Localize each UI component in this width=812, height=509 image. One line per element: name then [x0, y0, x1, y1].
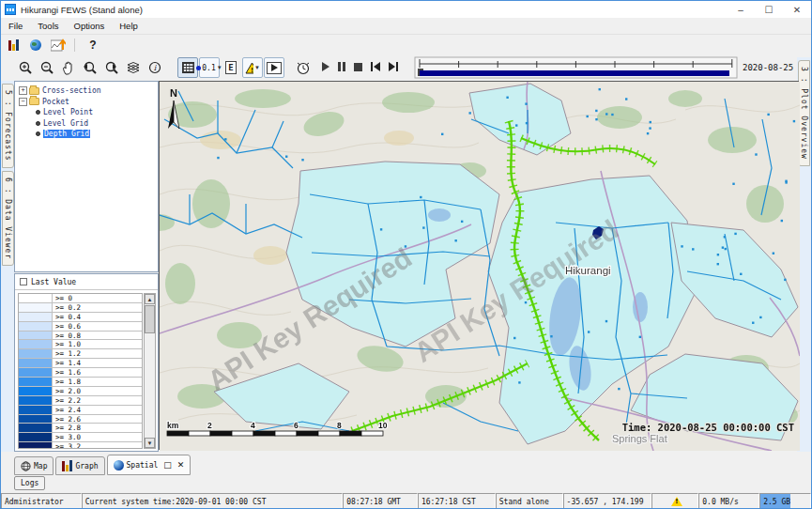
legend-swatch	[19, 294, 53, 302]
animation-dialog-button[interactable]	[264, 57, 284, 78]
tree-item-cross-section[interactable]: +Cross-section	[15, 85, 158, 97]
legend-panel: Last Value >= 0>= 0.2>= 0.4>= 0.6>= 0.8>…	[14, 273, 159, 452]
info-icon: i	[148, 61, 161, 74]
status-text: 16:27:18 CST	[421, 498, 476, 506]
status-text: Current system time:2020-09-01 00:00 CST	[85, 498, 267, 506]
elevation-scale-icon: E	[225, 61, 237, 74]
bullet-icon	[36, 121, 40, 126]
tree-item-level-grid[interactable]: Level Grid	[15, 118, 158, 130]
zoom-next-button[interactable]	[101, 57, 122, 78]
grid-icon	[182, 62, 194, 73]
layers-button[interactable]	[123, 57, 144, 78]
legend-label: >= 1.6	[53, 368, 81, 377]
status-text: Stand alone	[499, 498, 549, 506]
legend-swatch	[19, 442, 53, 449]
status-cell-2: 08:27:18 GMT	[343, 493, 418, 509]
step-back-button[interactable]	[371, 62, 380, 73]
zoom-out-button[interactable]	[37, 57, 57, 78]
threshold-dropdown[interactable]: 0.1 ▼	[199, 57, 220, 78]
app-logo-icon	[5, 4, 16, 15]
menu-file[interactable]: File	[1, 18, 30, 34]
play-icon	[321, 62, 329, 71]
top-toolbar: ?	[1, 35, 811, 54]
zoom-previous-button[interactable]	[80, 57, 100, 78]
legend-swatch	[19, 424, 53, 432]
expand-icon[interactable]: +	[19, 86, 27, 95]
scroll-up-icon[interactable]: ▲	[145, 294, 155, 304]
minimize-button[interactable]: –	[727, 1, 755, 18]
pan-hand-icon	[62, 61, 75, 75]
tree-item-level-point[interactable]: Level Point	[15, 107, 158, 118]
tab-close-icon[interactable]: ✕	[177, 460, 185, 470]
tree-label: Pocket	[42, 98, 69, 106]
classbreak-dot-icon	[196, 66, 201, 70]
panel-tab-5-forecasts[interactable]: 5 : Forecasts	[2, 84, 14, 168]
play-box-icon	[267, 62, 282, 74]
maximize-button[interactable]: ☐	[755, 1, 783, 18]
thresholds-dropdown-button[interactable]: ! ▼	[242, 57, 263, 78]
map-viewport[interactable]: API Key Required API Key Required N Hiku…	[159, 81, 799, 450]
legend-swatch	[19, 378, 53, 386]
legend-swatch	[19, 303, 53, 312]
status-text: 08:27:18 GMT	[346, 498, 401, 506]
last-value-checkbox[interactable]	[20, 278, 27, 285]
bottom-tab-bar: MapGraphSpatial□✕	[14, 453, 812, 475]
legend-label: >= 0.2	[53, 303, 81, 312]
status-cell-8: 2.5 GB	[759, 493, 811, 509]
legend-label: >= 2.0	[53, 387, 81, 395]
tree-item-pocket[interactable]: −Pocket	[15, 97, 158, 108]
logs-button[interactable]: Logs	[14, 476, 45, 490]
menu-options[interactable]: Options	[67, 18, 113, 34]
info-button[interactable]: i	[145, 57, 165, 78]
tree-item-depth-grid[interactable]: Depth Grid	[15, 129, 158, 140]
threshold-value: 0.1	[196, 64, 215, 72]
legend-swatch	[19, 368, 53, 377]
legend-row: >= 0.8	[19, 332, 142, 341]
play-button[interactable]	[321, 62, 329, 73]
animation-timer-button[interactable]	[292, 57, 313, 78]
tab-graph[interactable]: Graph	[55, 456, 104, 475]
globe-icon	[30, 39, 41, 51]
close-button[interactable]: ✕	[783, 1, 811, 18]
legend-row: >= 2.0	[19, 387, 142, 396]
menu-tools[interactable]: Tools	[30, 18, 66, 34]
pause-button[interactable]	[338, 62, 345, 73]
tab-map[interactable]: Map	[14, 456, 54, 475]
pan-button[interactable]	[58, 57, 79, 78]
tab-spatial[interactable]: Spatial□✕	[107, 455, 192, 475]
legend-scrollbar[interactable]: ▲ ▼	[144, 293, 156, 449]
zoom-in-button[interactable]	[15, 57, 36, 78]
tab-float-icon[interactable]: □	[163, 460, 172, 470]
scroll-down-icon[interactable]: ▼	[145, 438, 155, 448]
map-display-button[interactable]	[25, 36, 46, 54]
tree-label: Level Point	[43, 108, 93, 116]
status-cell-5: -35.657 , 174.199	[563, 493, 652, 509]
town-label: Hikurangi	[565, 265, 611, 276]
grid-toggle-button[interactable]	[177, 57, 198, 78]
scrollbar-thumb[interactable]	[145, 305, 155, 333]
zoom-in-icon	[19, 61, 33, 75]
legend-row: >= 2.4	[19, 406, 142, 415]
timeseries-display-button[interactable]	[48, 36, 69, 54]
legend-swatch	[19, 406, 53, 414]
legend-swatch	[19, 349, 53, 358]
help-button[interactable]: ?	[83, 36, 103, 54]
legend-row: >= 1.0	[19, 340, 142, 349]
svg-text:km: km	[167, 421, 179, 430]
legend-row: >= 0.6	[19, 322, 142, 332]
clock-icon	[296, 61, 310, 75]
legend-row: >= 2.2	[19, 396, 142, 406]
chevron-down-icon: ▼	[254, 65, 260, 70]
panel-tab-6-data-viewer[interactable]: 6 : Data Viewer	[2, 171, 14, 266]
stop-button[interactable]	[354, 63, 362, 73]
legend-label: >= 0.8	[53, 332, 81, 340]
status-warning-cell[interactable]	[651, 493, 698, 509]
legend-label: >= 3.2	[53, 442, 81, 449]
scale-button[interactable]: E	[221, 57, 241, 78]
forecast-manager-button[interactable]	[3, 36, 23, 54]
svg-text:!: !	[251, 66, 253, 74]
step-forward-button[interactable]	[389, 62, 398, 73]
menu-help[interactable]: Help	[112, 18, 146, 34]
timeline-slider[interactable]	[414, 56, 738, 79]
collapse-icon[interactable]: −	[19, 98, 27, 106]
